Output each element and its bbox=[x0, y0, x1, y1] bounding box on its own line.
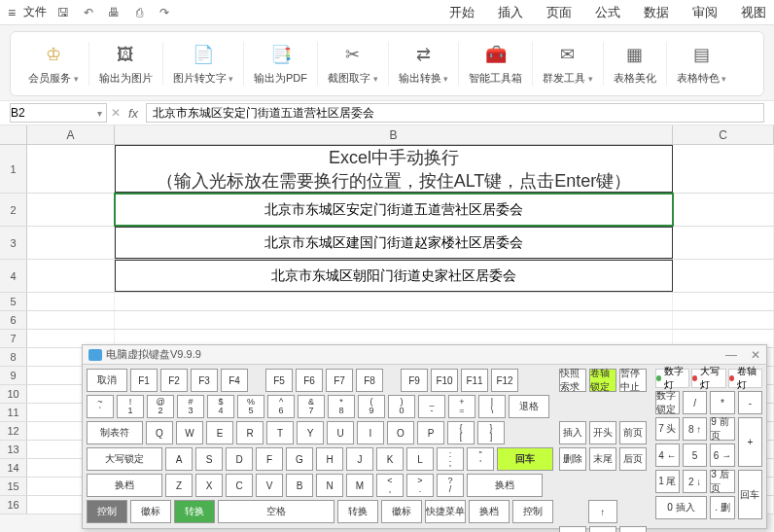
cell-c1[interactable] bbox=[673, 145, 774, 193]
minimize-icon[interactable]: — bbox=[725, 348, 737, 362]
cancel-formula-icon[interactable]: ✕ bbox=[111, 106, 121, 120]
key-y[interactable]: Y bbox=[297, 421, 324, 444]
key-.[interactable]: >. bbox=[406, 474, 434, 497]
key-side-m1-0[interactable]: 插入 bbox=[559, 421, 586, 444]
key-f2[interactable]: F2 bbox=[160, 369, 188, 392]
key-down[interactable]: ↓ bbox=[589, 526, 616, 532]
key-s[interactable]: S bbox=[195, 447, 223, 471]
key-f[interactable]: F bbox=[256, 447, 283, 471]
key-left[interactable]: ← bbox=[559, 526, 586, 532]
key-np3[interactable]: 3 后页 bbox=[710, 470, 734, 493]
select-all-corner[interactable] bbox=[0, 125, 27, 144]
file-menu[interactable]: 文件 bbox=[23, 4, 47, 20]
preview-icon[interactable]: ⎙ bbox=[130, 6, 148, 19]
key-转换2[interactable]: 转换 bbox=[174, 500, 215, 523]
redo-icon[interactable]: ↷ bbox=[156, 6, 173, 19]
key-n[interactable]: N bbox=[316, 474, 343, 497]
key-u[interactable]: U bbox=[327, 421, 354, 444]
tab-home[interactable]: 开始 bbox=[449, 4, 475, 21]
col-header-c[interactable]: C bbox=[673, 125, 774, 144]
key-np1[interactable]: 1 尾 bbox=[655, 470, 680, 493]
cell-c3[interactable] bbox=[673, 227, 774, 259]
close-icon[interactable]: ✕ bbox=[751, 348, 760, 362]
key-k[interactable]: K bbox=[376, 447, 404, 471]
key-np2[interactable]: 2 ↓ bbox=[683, 470, 707, 493]
key-m[interactable]: M bbox=[346, 474, 373, 497]
key-np6[interactable]: 6 → bbox=[710, 443, 734, 467]
key-np5[interactable]: 5 bbox=[683, 443, 707, 467]
key-np8[interactable]: 8 ↑ bbox=[683, 417, 707, 441]
cell-b2[interactable]: 北京市东城区安定门街道五道营社区居委会 bbox=[115, 194, 673, 226]
key-控制0[interactable]: 控制 bbox=[87, 500, 127, 523]
key-p[interactable]: P bbox=[417, 421, 444, 444]
tab-data[interactable]: 数据 bbox=[644, 4, 669, 21]
key-f5[interactable]: F5 bbox=[265, 369, 293, 392]
key-6[interactable]: ^6 bbox=[267, 395, 295, 418]
key-side-m1-1[interactable]: 开头 bbox=[589, 421, 616, 444]
cell-c6[interactable] bbox=[673, 311, 774, 329]
row-header-10[interactable]: 10 bbox=[0, 385, 27, 403]
key-快捷菜单6[interactable]: 快捷菜单 bbox=[425, 500, 466, 523]
row-header-3[interactable]: 3 bbox=[0, 227, 27, 259]
cell-a4[interactable] bbox=[27, 260, 115, 292]
key-t[interactable]: T bbox=[266, 421, 294, 444]
formula-bar[interactable] bbox=[146, 103, 764, 123]
key-np9[interactable]: 9 前页 bbox=[710, 417, 734, 441]
row-header-13[interactable]: 13 bbox=[0, 441, 27, 458]
ribbon-群发工具[interactable]: ✉群发工具 bbox=[533, 42, 604, 86]
cell-b1[interactable]: Excel中手动换行 （输入光标放在需要换行的位置，按住ALT键，点击Enter… bbox=[115, 145, 673, 193]
key-][interactable]: }] bbox=[477, 421, 505, 444]
row-header-8[interactable]: 8 bbox=[0, 348, 27, 366]
key-控制8[interactable]: 控制 bbox=[512, 500, 553, 523]
cell-b3[interactable]: 北京市东城区建国门街道赵家楼社区居委会 bbox=[115, 227, 673, 259]
tab-page[interactable]: 页面 bbox=[546, 4, 572, 21]
cell-c2[interactable] bbox=[673, 194, 774, 226]
key-f11[interactable]: F11 bbox=[461, 369, 488, 392]
key-np-plus[interactable]: + bbox=[738, 417, 762, 467]
key-a[interactable]: A bbox=[165, 447, 193, 471]
ribbon-输出转换[interactable]: ⇄输出转换 bbox=[389, 42, 460, 86]
key-tab[interactable]: 制表符 bbox=[87, 421, 143, 444]
key-side-top-1[interactable]: 卷轴锁定 bbox=[589, 369, 616, 392]
key-esc[interactable]: 取消 bbox=[87, 369, 127, 392]
key-np-[interactable]: - bbox=[738, 391, 762, 414]
row-header-16[interactable]: 16 bbox=[0, 496, 27, 514]
key-z[interactable]: Z bbox=[165, 474, 193, 497]
key-f12[interactable]: F12 bbox=[491, 369, 518, 392]
key-空格3[interactable]: 空格 bbox=[218, 500, 334, 523]
key-x[interactable]: X bbox=[195, 474, 223, 497]
key--[interactable]: _- bbox=[418, 395, 445, 418]
ribbon-表格特色[interactable]: ▤表格特色 bbox=[667, 42, 737, 86]
cell-c5[interactable] bbox=[673, 293, 774, 310]
cell-c4[interactable] bbox=[673, 260, 774, 292]
key-,[interactable]: <, bbox=[376, 474, 404, 497]
key-f3[interactable]: F3 bbox=[191, 369, 218, 392]
row-header-11[interactable]: 11 bbox=[0, 404, 27, 421]
key-i[interactable]: I bbox=[357, 421, 384, 444]
cell-a2[interactable] bbox=[27, 194, 115, 226]
tab-formula[interactable]: 公式 bbox=[595, 4, 620, 21]
key-h[interactable]: H bbox=[316, 447, 343, 471]
key-l[interactable]: L bbox=[406, 447, 434, 471]
key-徽标1[interactable]: 徽标 bbox=[130, 500, 171, 523]
key-numlock[interactable]: 数字锁定 bbox=[655, 391, 680, 414]
key-f7[interactable]: F7 bbox=[326, 369, 353, 392]
key-o[interactable]: O bbox=[387, 421, 414, 444]
key-/[interactable]: ?/ bbox=[437, 474, 464, 497]
name-box[interactable]: B2▾ bbox=[10, 103, 107, 123]
key-g[interactable]: G bbox=[286, 447, 313, 471]
row-header-9[interactable]: 9 bbox=[0, 367, 27, 384]
cell-a6[interactable] bbox=[27, 311, 115, 329]
key-8[interactable]: *8 bbox=[328, 395, 355, 418]
cell-a1[interactable] bbox=[27, 145, 115, 193]
ribbon-智能工具箱[interactable]: 🧰智能工具箱 bbox=[459, 42, 533, 86]
row-header-6[interactable]: 6 bbox=[0, 311, 27, 329]
cell-a3[interactable] bbox=[27, 227, 115, 259]
ribbon-输出为PDF[interactable]: 📑输出为PDF bbox=[244, 42, 318, 86]
key-e[interactable]: E bbox=[206, 421, 233, 444]
key-1[interactable]: !1 bbox=[117, 395, 144, 418]
key-capslock[interactable]: 大写锁定 bbox=[87, 447, 162, 471]
tab-review[interactable]: 审阅 bbox=[692, 4, 718, 21]
cell-b6[interactable] bbox=[115, 311, 673, 329]
key-w[interactable]: W bbox=[176, 421, 203, 444]
